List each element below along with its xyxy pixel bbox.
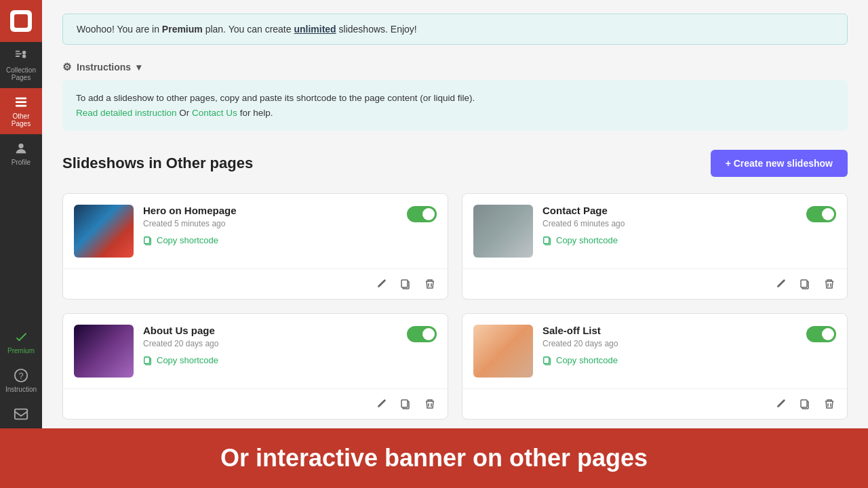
slideshow-card-hero: Hero on Homepage Created 5 minutes ago C… xyxy=(62,193,448,300)
svg-rect-23 xyxy=(401,400,408,407)
copy-icon-about xyxy=(143,356,153,365)
card-date-sale: Created 20 days ago xyxy=(542,339,797,348)
card-top-sale: Sale-off List Created 20 days ago Copy s… xyxy=(462,314,847,388)
svg-rect-13 xyxy=(144,237,150,243)
copy-button-contact[interactable] xyxy=(795,274,814,293)
copy-shortcode-about[interactable]: Copy shortcode xyxy=(143,355,397,365)
edit-button-contact[interactable] xyxy=(771,274,790,293)
card-title-sale: Sale-off List xyxy=(542,325,797,336)
app-logo xyxy=(0,0,42,42)
read-instruction-link[interactable]: Read detailed instruction xyxy=(76,108,177,118)
sidebar-item-other-pages[interactable]: Other Pages xyxy=(0,88,42,134)
duplicate-icon-hero xyxy=(400,279,411,289)
toggle-hero[interactable] xyxy=(407,205,437,258)
sidebar-label-profile: Profile xyxy=(12,159,31,166)
svg-rect-27 xyxy=(801,400,807,407)
delete-button-hero[interactable] xyxy=(420,274,439,293)
toggle-sale[interactable] xyxy=(806,325,836,378)
edit-button-hero[interactable] xyxy=(372,274,391,293)
banner-underline: unlimited xyxy=(294,24,336,35)
trash-icon-about xyxy=(425,399,435,409)
thumbnail-contact xyxy=(473,205,533,258)
thumbnail-sale xyxy=(473,325,533,378)
sidebar-item-email[interactable] xyxy=(0,400,42,428)
instructions-toggle[interactable]: ⚙ Instructions ▾ xyxy=(62,61,848,73)
collection-pages-icon xyxy=(14,49,28,64)
card-info-about: About Us page Created 20 days ago Copy s… xyxy=(143,325,397,378)
card-info-hero: Hero on Homepage Created 5 minutes ago C… xyxy=(143,205,397,258)
card-title-hero: Hero on Homepage xyxy=(143,205,397,216)
card-top-about: About Us page Created 20 days ago Copy s… xyxy=(63,314,448,388)
gear-icon: ⚙ xyxy=(62,61,71,73)
sidebar-item-premium[interactable]: Premium xyxy=(0,323,42,361)
sidebar-label-other-pages: Other Pages xyxy=(3,113,39,127)
bottom-banner-text: Or interactive banner on other pages xyxy=(220,444,648,472)
toggle-contact[interactable] xyxy=(806,205,836,258)
duplicate-icon-sale xyxy=(800,399,810,409)
thumbnail-about xyxy=(74,325,134,378)
copy-shortcode-label-hero: Copy shortcode xyxy=(157,235,218,245)
slideshow-card-contact: Contact Page Created 6 minutes ago Copy … xyxy=(462,193,848,300)
other-pages-icon xyxy=(14,95,28,110)
page-title-row: Slideshows in Other pages + Create new s… xyxy=(62,150,848,177)
instructions-label: Instructions xyxy=(77,62,131,73)
svg-rect-6 xyxy=(16,101,27,103)
edit-icon-contact xyxy=(775,279,786,289)
copy-button-hero[interactable] xyxy=(396,274,415,293)
svg-rect-25 xyxy=(544,357,549,363)
edit-icon-sale xyxy=(775,399,786,409)
instructions-separator: Or xyxy=(177,108,193,118)
instructions-suffix: for help. xyxy=(237,108,273,118)
slideshow-card-sale: Sale-off List Created 20 days ago Copy s… xyxy=(462,313,848,420)
create-slideshow-button[interactable]: + Create new slideshow xyxy=(711,150,848,177)
instructions-text: To add a slideshow to other pages, copy … xyxy=(76,93,475,103)
slideshow-card-about: About Us page Created 20 days ago Copy s… xyxy=(62,313,448,420)
svg-rect-17 xyxy=(544,237,549,243)
copy-icon-sale xyxy=(542,356,552,365)
profile-icon xyxy=(14,141,28,156)
copy-button-about[interactable] xyxy=(396,394,415,413)
duplicate-icon-about xyxy=(400,399,411,409)
svg-point-3 xyxy=(22,51,26,55)
toggle-about[interactable] xyxy=(407,325,437,378)
edit-button-sale[interactable] xyxy=(771,394,790,413)
edit-button-about[interactable] xyxy=(372,394,391,413)
svg-rect-11 xyxy=(15,409,27,420)
sidebar-item-profile[interactable]: Profile xyxy=(0,134,42,173)
sidebar-item-instruction[interactable]: ? Instruction xyxy=(0,361,42,400)
svg-rect-21 xyxy=(144,357,150,363)
sidebar-label-premium: Premium xyxy=(7,347,35,354)
sidebar-label-instruction: Instruction xyxy=(5,386,37,393)
svg-rect-19 xyxy=(801,280,807,287)
page-title: Slideshows in Other pages xyxy=(62,155,253,172)
card-actions-hero xyxy=(63,268,448,299)
contact-us-link[interactable]: Contact Us xyxy=(192,108,237,118)
premium-icon xyxy=(14,329,28,344)
copy-shortcode-contact[interactable]: Copy shortcode xyxy=(542,235,797,245)
chevron-down-icon: ▾ xyxy=(136,62,141,73)
svg-rect-1 xyxy=(16,53,22,54)
banner-text-after: slideshows. Enjoy! xyxy=(336,24,417,35)
sidebar-item-collection-pages[interactable]: Collection Pages xyxy=(0,42,42,88)
card-title-about: About Us page xyxy=(143,325,397,336)
copy-shortcode-hero[interactable]: Copy shortcode xyxy=(143,235,397,245)
instructions-body: To add a slideshow to other pages, copy … xyxy=(62,80,848,131)
delete-button-sale[interactable] xyxy=(820,394,839,413)
info-banner: Woohoo! You are in Premium plan. You can… xyxy=(62,14,848,45)
svg-rect-2 xyxy=(16,56,20,57)
copy-shortcode-sale[interactable]: Copy shortcode xyxy=(542,355,797,365)
delete-button-contact[interactable] xyxy=(820,274,839,293)
svg-rect-15 xyxy=(401,280,408,287)
svg-point-4 xyxy=(22,54,26,58)
main-content: Woohoo! You are in Premium plan. You can… xyxy=(42,0,868,428)
copy-button-sale[interactable] xyxy=(795,394,814,413)
logo-icon xyxy=(10,10,32,32)
duplicate-icon-contact xyxy=(800,279,810,289)
banner-text-before: Woohoo! You are in xyxy=(77,24,162,35)
delete-button-about[interactable] xyxy=(420,394,439,413)
logo-inner xyxy=(14,14,28,28)
card-top-hero: Hero on Homepage Created 5 minutes ago C… xyxy=(63,194,448,268)
card-date-hero: Created 5 minutes ago xyxy=(143,219,397,228)
card-actions-contact xyxy=(462,268,847,299)
edit-icon-about xyxy=(376,399,387,409)
